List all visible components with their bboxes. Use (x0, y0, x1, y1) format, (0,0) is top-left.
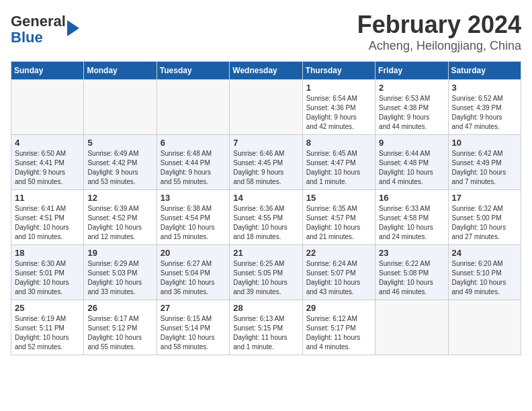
day-info: Sunrise: 6:50 AM Sunset: 4:41 PM Dayligh… (15, 149, 80, 187)
day-number: 13 (161, 193, 226, 203)
calendar-cell: 29Sunrise: 6:12 AM Sunset: 5:17 PM Dayli… (302, 300, 375, 355)
calendar-cell: 6Sunrise: 6:48 AM Sunset: 4:44 PM Daylig… (157, 135, 229, 190)
day-number: 26 (87, 303, 152, 313)
calendar-table: SundayMondayTuesdayWednesdayThursdayFrid… (11, 61, 521, 355)
calendar-cell: 25Sunrise: 6:19 AM Sunset: 5:11 PM Dayli… (11, 300, 84, 355)
day-number: 6 (161, 138, 226, 148)
day-info: Sunrise: 6:36 AM Sunset: 4:55 PM Dayligh… (233, 204, 298, 242)
day-number: 25 (15, 303, 80, 313)
calendar-cell: 8Sunrise: 6:45 AM Sunset: 4:47 PM Daylig… (302, 135, 375, 190)
col-header-thursday: Thursday (302, 62, 375, 80)
calendar-cell: 17Sunrise: 6:32 AM Sunset: 5:00 PM Dayli… (448, 190, 521, 245)
day-number: 14 (233, 193, 298, 203)
logo-general: General (11, 13, 66, 30)
day-info: Sunrise: 6:12 AM Sunset: 5:17 PM Dayligh… (306, 314, 371, 352)
page-header: General Blue February 2024 Acheng, Heilo… (11, 11, 521, 53)
day-number: 9 (379, 138, 444, 148)
calendar-cell (375, 300, 448, 355)
calendar-cell: 21Sunrise: 6:25 AM Sunset: 5:05 PM Dayli… (230, 245, 302, 300)
day-number: 4 (15, 138, 80, 148)
day-number: 22 (306, 248, 371, 258)
day-info: Sunrise: 6:38 AM Sunset: 4:54 PM Dayligh… (161, 204, 226, 242)
col-header-saturday: Saturday (448, 62, 521, 80)
day-number: 5 (87, 138, 152, 148)
day-info: Sunrise: 6:19 AM Sunset: 5:11 PM Dayligh… (15, 314, 80, 352)
day-info: Sunrise: 6:45 AM Sunset: 4:47 PM Dayligh… (306, 149, 371, 187)
calendar-cell (11, 80, 84, 135)
logo: General Blue (11, 13, 79, 46)
calendar-cell (448, 300, 521, 355)
calendar-cell: 3Sunrise: 6:52 AM Sunset: 4:39 PM Daylig… (448, 80, 521, 135)
day-info: Sunrise: 6:17 AM Sunset: 5:12 PM Dayligh… (87, 314, 152, 352)
day-number: 17 (452, 193, 517, 203)
day-number: 10 (452, 138, 517, 148)
day-number: 8 (306, 138, 371, 148)
day-info: Sunrise: 6:25 AM Sunset: 5:05 PM Dayligh… (233, 259, 298, 297)
day-number: 18 (15, 248, 80, 258)
month-title: February 2024 (357, 11, 521, 39)
day-info: Sunrise: 6:39 AM Sunset: 4:52 PM Dayligh… (87, 204, 152, 242)
day-info: Sunrise: 6:22 AM Sunset: 5:08 PM Dayligh… (379, 259, 444, 297)
calendar-cell: 12Sunrise: 6:39 AM Sunset: 4:52 PM Dayli… (84, 190, 157, 245)
day-number: 28 (233, 303, 298, 313)
calendar-cell: 5Sunrise: 6:49 AM Sunset: 4:42 PM Daylig… (84, 135, 157, 190)
calendar-cell: 22Sunrise: 6:24 AM Sunset: 5:07 PM Dayli… (302, 245, 375, 300)
col-header-wednesday: Wednesday (230, 62, 302, 80)
calendar-cell (230, 80, 302, 135)
day-number: 19 (87, 248, 152, 258)
calendar-cell: 7Sunrise: 6:46 AM Sunset: 4:45 PM Daylig… (230, 135, 302, 190)
day-info: Sunrise: 6:44 AM Sunset: 4:48 PM Dayligh… (379, 149, 444, 187)
day-info: Sunrise: 6:20 AM Sunset: 5:10 PM Dayligh… (452, 259, 517, 297)
calendar-cell: 13Sunrise: 6:38 AM Sunset: 4:54 PM Dayli… (157, 190, 229, 245)
day-number: 11 (15, 193, 80, 203)
calendar-cell: 11Sunrise: 6:41 AM Sunset: 4:51 PM Dayli… (11, 190, 84, 245)
calendar-cell: 28Sunrise: 6:13 AM Sunset: 5:15 PM Dayli… (230, 300, 302, 355)
calendar-cell: 10Sunrise: 6:42 AM Sunset: 4:49 PM Dayli… (448, 135, 521, 190)
logo-arrow-icon (67, 20, 79, 36)
day-info: Sunrise: 6:54 AM Sunset: 4:36 PM Dayligh… (306, 94, 371, 132)
day-info: Sunrise: 6:53 AM Sunset: 4:38 PM Dayligh… (379, 94, 444, 132)
calendar-cell: 18Sunrise: 6:30 AM Sunset: 5:01 PM Dayli… (11, 245, 84, 300)
day-info: Sunrise: 6:27 AM Sunset: 5:04 PM Dayligh… (161, 259, 226, 297)
day-info: Sunrise: 6:15 AM Sunset: 5:14 PM Dayligh… (161, 314, 226, 352)
day-number: 12 (87, 193, 152, 203)
col-header-sunday: Sunday (11, 62, 84, 80)
col-header-monday: Monday (84, 62, 157, 80)
day-number: 23 (379, 248, 444, 258)
calendar-cell (157, 80, 229, 135)
calendar-cell: 2Sunrise: 6:53 AM Sunset: 4:38 PM Daylig… (375, 80, 448, 135)
logo-blue: Blue (11, 29, 43, 46)
title-block: February 2024 Acheng, Heilongjiang, Chin… (357, 11, 521, 53)
calendar-cell: 16Sunrise: 6:33 AM Sunset: 4:58 PM Dayli… (375, 190, 448, 245)
col-header-friday: Friday (375, 62, 448, 80)
day-number: 15 (306, 193, 371, 203)
calendar-cell: 20Sunrise: 6:27 AM Sunset: 5:04 PM Dayli… (157, 245, 229, 300)
calendar-cell: 27Sunrise: 6:15 AM Sunset: 5:14 PM Dayli… (157, 300, 229, 355)
day-number: 7 (233, 138, 298, 148)
location-title: Acheng, Heilongjiang, China (357, 39, 521, 53)
calendar-cell: 19Sunrise: 6:29 AM Sunset: 5:03 PM Dayli… (84, 245, 157, 300)
day-info: Sunrise: 6:48 AM Sunset: 4:44 PM Dayligh… (161, 149, 226, 187)
day-number: 16 (379, 193, 444, 203)
calendar-cell: 9Sunrise: 6:44 AM Sunset: 4:48 PM Daylig… (375, 135, 448, 190)
day-info: Sunrise: 6:41 AM Sunset: 4:51 PM Dayligh… (15, 204, 80, 242)
calendar-cell (84, 80, 157, 135)
calendar-cell: 1Sunrise: 6:54 AM Sunset: 4:36 PM Daylig… (302, 80, 375, 135)
calendar-cell: 23Sunrise: 6:22 AM Sunset: 5:08 PM Dayli… (375, 245, 448, 300)
day-number: 24 (452, 248, 517, 258)
day-number: 2 (379, 83, 444, 93)
col-header-tuesday: Tuesday (157, 62, 229, 80)
day-number: 1 (306, 83, 371, 93)
day-info: Sunrise: 6:13 AM Sunset: 5:15 PM Dayligh… (233, 314, 298, 352)
day-number: 20 (161, 248, 226, 258)
day-number: 29 (306, 303, 371, 313)
calendar-cell: 24Sunrise: 6:20 AM Sunset: 5:10 PM Dayli… (448, 245, 521, 300)
calendar-cell: 26Sunrise: 6:17 AM Sunset: 5:12 PM Dayli… (84, 300, 157, 355)
day-info: Sunrise: 6:30 AM Sunset: 5:01 PM Dayligh… (15, 259, 80, 297)
day-info: Sunrise: 6:29 AM Sunset: 5:03 PM Dayligh… (87, 259, 152, 297)
day-info: Sunrise: 6:35 AM Sunset: 4:57 PM Dayligh… (306, 204, 371, 242)
day-info: Sunrise: 6:42 AM Sunset: 4:49 PM Dayligh… (452, 149, 517, 187)
day-info: Sunrise: 6:49 AM Sunset: 4:42 PM Dayligh… (87, 149, 152, 187)
calendar-cell: 14Sunrise: 6:36 AM Sunset: 4:55 PM Dayli… (230, 190, 302, 245)
day-number: 21 (233, 248, 298, 258)
